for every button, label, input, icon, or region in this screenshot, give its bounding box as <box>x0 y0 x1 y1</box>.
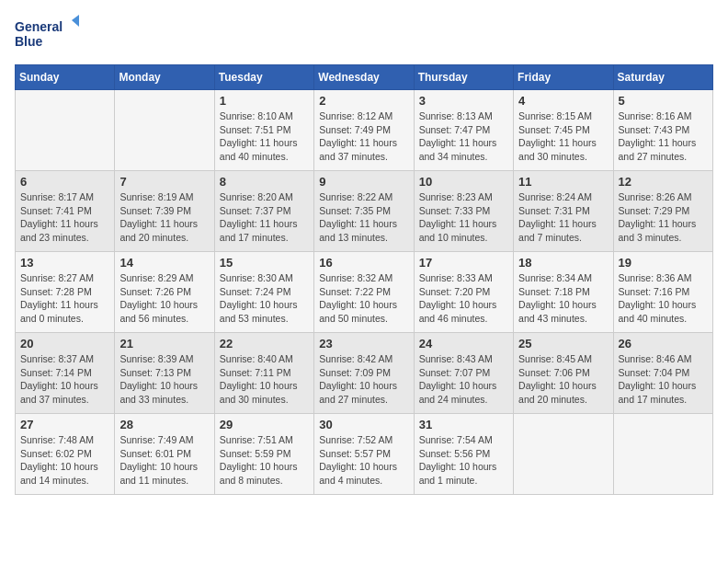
calendar-cell: 4Sunrise: 8:15 AMSunset: 7:45 PMDaylight… <box>514 90 613 171</box>
calendar-cell: 9Sunrise: 8:22 AMSunset: 7:35 PMDaylight… <box>314 171 414 252</box>
day-number: 17 <box>419 256 508 270</box>
weekday-header-sunday: Sunday <box>16 65 115 90</box>
calendar-header: SundayMondayTuesdayWednesdayThursdayFrid… <box>16 65 713 90</box>
calendar-cell <box>514 414 613 495</box>
calendar-cell: 25Sunrise: 8:45 AMSunset: 7:06 PMDayligh… <box>514 333 613 414</box>
calendar-cell: 30Sunrise: 7:52 AMSunset: 5:57 PMDayligh… <box>314 414 414 495</box>
svg-text:Blue: Blue <box>15 34 43 49</box>
day-number: 10 <box>419 175 508 189</box>
calendar-cell: 10Sunrise: 8:23 AMSunset: 7:33 PMDayligh… <box>414 171 513 252</box>
calendar-cell: 18Sunrise: 8:34 AMSunset: 7:18 PMDayligh… <box>514 252 613 333</box>
day-number: 26 <box>619 337 708 350</box>
calendar-week-2: 6Sunrise: 8:17 AMSunset: 7:41 PMDaylight… <box>16 171 713 252</box>
day-number: 13 <box>20 256 109 270</box>
page-header: General Blue <box>15 15 713 55</box>
day-number: 7 <box>119 175 209 189</box>
day-info: Sunrise: 8:13 AMSunset: 7:47 PMDaylight:… <box>419 109 508 164</box>
weekday-header-tuesday: Tuesday <box>214 65 313 90</box>
calendar-cell: 11Sunrise: 8:24 AMSunset: 7:31 PMDayligh… <box>514 171 613 252</box>
calendar-cell <box>613 414 712 495</box>
day-number: 28 <box>119 418 209 431</box>
weekday-header-wednesday: Wednesday <box>314 65 414 90</box>
calendar-cell: 12Sunrise: 8:26 AMSunset: 7:29 PMDayligh… <box>613 171 712 252</box>
day-number: 15 <box>220 256 309 270</box>
day-info: Sunrise: 8:43 AMSunset: 7:07 PMDaylight:… <box>419 352 508 407</box>
day-info: Sunrise: 7:49 AMSunset: 6:01 PMDaylight:… <box>119 433 209 488</box>
calendar-cell: 3Sunrise: 8:13 AMSunset: 7:47 PMDaylight… <box>414 90 513 171</box>
day-info: Sunrise: 8:26 AMSunset: 7:29 PMDaylight:… <box>619 190 708 245</box>
day-number: 1 <box>220 94 309 108</box>
day-number: 27 <box>20 418 109 431</box>
calendar-cell: 5Sunrise: 8:16 AMSunset: 7:43 PMDaylight… <box>613 90 712 171</box>
day-number: 19 <box>619 256 708 270</box>
day-number: 2 <box>319 94 408 108</box>
day-number: 12 <box>619 175 708 189</box>
svg-marker-2 <box>72 15 79 27</box>
calendar-cell: 21Sunrise: 8:39 AMSunset: 7:13 PMDayligh… <box>115 333 214 414</box>
day-number: 9 <box>319 175 408 189</box>
calendar-week-1: 1Sunrise: 8:10 AMSunset: 7:51 PMDaylight… <box>16 90 713 171</box>
day-number: 31 <box>419 418 508 431</box>
day-number: 3 <box>419 94 508 108</box>
day-info: Sunrise: 8:39 AMSunset: 7:13 PMDaylight:… <box>119 352 209 407</box>
svg-text:General: General <box>15 19 63 34</box>
day-info: Sunrise: 7:54 AMSunset: 5:56 PMDaylight:… <box>419 433 508 488</box>
day-number: 6 <box>20 175 109 189</box>
day-info: Sunrise: 8:40 AMSunset: 7:11 PMDaylight:… <box>220 352 309 407</box>
day-info: Sunrise: 8:10 AMSunset: 7:51 PMDaylight:… <box>220 109 309 164</box>
calendar-week-3: 13Sunrise: 8:27 AMSunset: 7:28 PMDayligh… <box>16 252 713 333</box>
day-info: Sunrise: 8:15 AMSunset: 7:45 PMDaylight:… <box>518 109 608 164</box>
calendar-cell: 16Sunrise: 8:32 AMSunset: 7:22 PMDayligh… <box>314 252 414 333</box>
day-info: Sunrise: 8:34 AMSunset: 7:18 PMDaylight:… <box>518 271 608 326</box>
day-info: Sunrise: 7:48 AMSunset: 6:02 PMDaylight:… <box>20 433 109 488</box>
day-info: Sunrise: 8:42 AMSunset: 7:09 PMDaylight:… <box>319 352 408 407</box>
calendar-cell: 19Sunrise: 8:36 AMSunset: 7:16 PMDayligh… <box>613 252 712 333</box>
calendar-cell: 31Sunrise: 7:54 AMSunset: 5:56 PMDayligh… <box>414 414 513 495</box>
weekday-header-monday: Monday <box>115 65 214 90</box>
day-info: Sunrise: 8:19 AMSunset: 7:39 PMDaylight:… <box>119 190 209 245</box>
day-number: 25 <box>518 337 608 350</box>
day-info: Sunrise: 8:46 AMSunset: 7:04 PMDaylight:… <box>619 352 708 407</box>
calendar-cell: 15Sunrise: 8:30 AMSunset: 7:24 PMDayligh… <box>214 252 313 333</box>
weekday-header-thursday: Thursday <box>414 65 513 90</box>
day-number: 18 <box>518 256 608 270</box>
calendar-cell: 22Sunrise: 8:40 AMSunset: 7:11 PMDayligh… <box>214 333 313 414</box>
day-number: 20 <box>20 337 109 350</box>
day-info: Sunrise: 8:32 AMSunset: 7:22 PMDaylight:… <box>319 271 408 326</box>
day-info: Sunrise: 7:52 AMSunset: 5:57 PMDaylight:… <box>319 433 408 488</box>
calendar-cell <box>16 90 115 171</box>
day-info: Sunrise: 8:17 AMSunset: 7:41 PMDaylight:… <box>20 190 109 245</box>
day-info: Sunrise: 8:37 AMSunset: 7:14 PMDaylight:… <box>20 352 109 407</box>
calendar-table: SundayMondayTuesdayWednesdayThursdayFrid… <box>15 64 713 495</box>
day-info: Sunrise: 8:29 AMSunset: 7:26 PMDaylight:… <box>119 271 209 326</box>
logo: General Blue <box>15 15 79 55</box>
day-info: Sunrise: 8:23 AMSunset: 7:33 PMDaylight:… <box>419 190 508 245</box>
day-info: Sunrise: 8:33 AMSunset: 7:20 PMDaylight:… <box>419 271 508 326</box>
day-number: 30 <box>319 418 408 431</box>
day-number: 8 <box>220 175 309 189</box>
logo-svg: General Blue <box>15 15 79 55</box>
calendar-cell: 27Sunrise: 7:48 AMSunset: 6:02 PMDayligh… <box>16 414 115 495</box>
day-number: 5 <box>619 94 708 108</box>
day-info: Sunrise: 7:51 AMSunset: 5:59 PMDaylight:… <box>220 433 309 488</box>
weekday-header-saturday: Saturday <box>613 65 712 90</box>
calendar-week-5: 27Sunrise: 7:48 AMSunset: 6:02 PMDayligh… <box>16 414 713 495</box>
calendar-cell: 17Sunrise: 8:33 AMSunset: 7:20 PMDayligh… <box>414 252 513 333</box>
calendar-cell: 28Sunrise: 7:49 AMSunset: 6:01 PMDayligh… <box>115 414 214 495</box>
day-number: 24 <box>419 337 508 350</box>
calendar-week-4: 20Sunrise: 8:37 AMSunset: 7:14 PMDayligh… <box>16 333 713 414</box>
day-number: 4 <box>518 94 608 108</box>
calendar-cell: 6Sunrise: 8:17 AMSunset: 7:41 PMDaylight… <box>16 171 115 252</box>
calendar-cell: 24Sunrise: 8:43 AMSunset: 7:07 PMDayligh… <box>414 333 513 414</box>
day-info: Sunrise: 8:27 AMSunset: 7:28 PMDaylight:… <box>20 271 109 326</box>
day-number: 16 <box>319 256 408 270</box>
calendar-cell: 2Sunrise: 8:12 AMSunset: 7:49 PMDaylight… <box>314 90 414 171</box>
day-number: 23 <box>319 337 408 350</box>
day-info: Sunrise: 8:22 AMSunset: 7:35 PMDaylight:… <box>319 190 408 245</box>
day-info: Sunrise: 8:24 AMSunset: 7:31 PMDaylight:… <box>518 190 608 245</box>
calendar-cell <box>115 90 214 171</box>
day-number: 14 <box>119 256 209 270</box>
day-number: 11 <box>518 175 608 189</box>
day-info: Sunrise: 8:45 AMSunset: 7:06 PMDaylight:… <box>518 352 608 407</box>
day-info: Sunrise: 8:12 AMSunset: 7:49 PMDaylight:… <box>319 109 408 164</box>
